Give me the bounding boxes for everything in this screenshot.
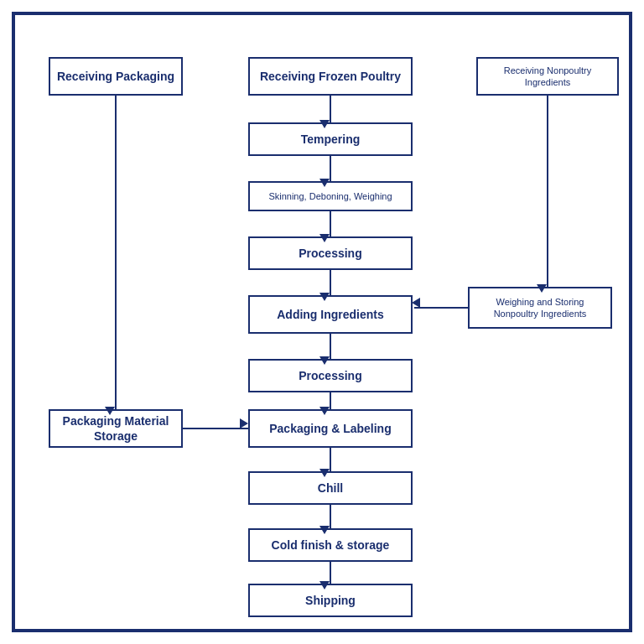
arrow-rfp-tempering	[330, 96, 331, 122]
packaging-labeling-box: Packaging & Labeling	[248, 409, 413, 448]
shipping-box: Shipping	[248, 584, 413, 617]
arrow-cold-shipping	[330, 562, 331, 584]
arrow-proc2-pkg	[330, 392, 331, 409]
arrowhead-pkg-storage-right	[240, 418, 248, 428]
tempering-box: Tempering	[248, 122, 413, 156]
arrow-adding-proc2	[330, 334, 331, 359]
chill-box: Chill	[248, 471, 413, 505]
cold-finish-box: Cold finish & storage	[248, 528, 413, 562]
arrow-tempering-skinning	[330, 156, 331, 181]
arrowhead-proc2-pkg	[319, 407, 330, 415]
skinning-box: Skinning, Deboning, Weighing	[248, 181, 413, 211]
arrowhead-proc1-adding	[319, 293, 330, 301]
arrowhead-adding-proc2	[319, 356, 330, 365]
adding-ingredients-box: Adding Ingredients	[248, 295, 413, 334]
processing2-box: Processing	[248, 359, 413, 392]
arrowhead-chill-cold	[319, 526, 330, 534]
arrowhead-cold-shipping	[319, 581, 330, 589]
processing1-box: Processing	[248, 236, 413, 270]
arrowhead-pkg-chill	[319, 469, 330, 477]
receiving-nonpoultry-box: Receiving Nonpoultry Ingredients	[476, 57, 619, 96]
arrow-pkg-storage-right	[183, 428, 248, 429]
arrow-pkg-chill	[330, 448, 331, 471]
arrowhead-rnp-weighing	[537, 284, 547, 293]
arrow-skinning-proc1	[330, 211, 331, 236]
arrowhead-skinning-proc1	[319, 234, 330, 242]
arrowhead-tempering-skinning	[319, 179, 330, 187]
arrowhead-weighing-to-adding	[412, 298, 420, 308]
packaging-material-box: Packaging Material Storage	[49, 409, 183, 448]
arrow-rnp-weighing	[547, 96, 548, 287]
diagram: Receiving Packaging Receiving Frozen Pou…	[32, 32, 612, 612]
arrow-chill-cold	[330, 505, 331, 528]
receiving-packaging-box: Receiving Packaging	[49, 57, 183, 96]
outer-border: Receiving Packaging Receiving Frozen Pou…	[12, 12, 632, 632]
arrow-weighing-to-adding	[414, 307, 468, 309]
arrow-rp-down	[115, 96, 117, 409]
arrowhead-rp-pkg-storage	[105, 407, 115, 415]
arrow-proc1-adding	[330, 270, 331, 295]
arrowhead-rfp-tempering	[319, 120, 330, 128]
weighing-storing-box: Weighing and Storing Nonpoultry Ingredie…	[468, 287, 612, 329]
receiving-frozen-poultry-box: Receiving Frozen Poultry	[248, 57, 413, 96]
